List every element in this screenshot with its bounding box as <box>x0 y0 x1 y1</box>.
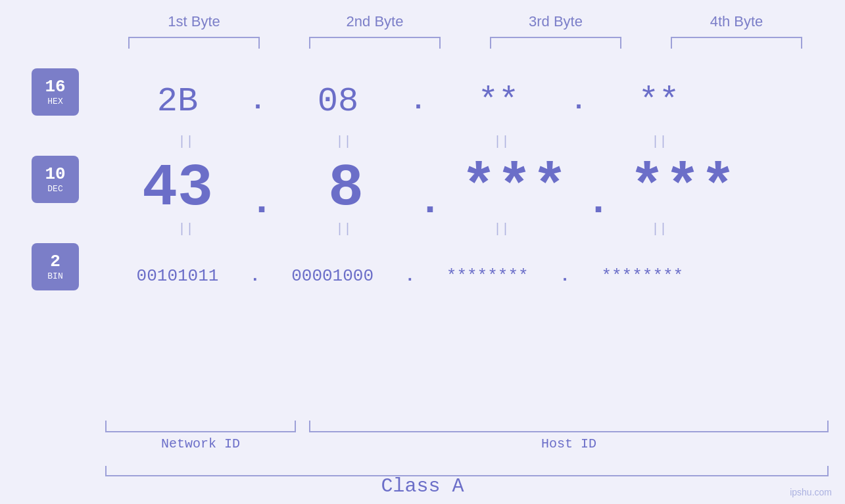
brackets-row <box>104 37 827 49</box>
hex-val-3: ** <box>426 82 571 121</box>
bottom-section: Network ID Host ID <box>105 421 829 451</box>
sep-4: || <box>587 134 732 149</box>
bin-val-2: 00001000 <box>260 266 405 286</box>
hex-dot-2: . <box>410 87 426 116</box>
dec-values: 43 . 8 . *** . *** <box>105 155 829 222</box>
sep-row-1: || || || || <box>114 134 837 149</box>
bin-badge-label: BIN <box>47 271 62 281</box>
dec-badge-label: DEC <box>47 184 62 194</box>
bin-values: 00101011 . 00001000 . ******** . *******… <box>105 266 829 286</box>
bin-val-1: 00101011 <box>105 266 250 286</box>
hex-val-1: 2B <box>105 82 250 121</box>
bin-val-4: ******** <box>570 266 715 286</box>
bin-dot-3: . <box>560 266 570 286</box>
bracket-3 <box>490 37 621 49</box>
hex-dot-1: . <box>250 87 266 116</box>
dec-badge-number: 10 <box>45 165 65 184</box>
bracket-4 <box>671 37 802 49</box>
hex-badge: 16 HEX <box>32 68 79 116</box>
byte-header-3: 3rd Byte <box>483 13 628 30</box>
host-id-bracket <box>309 421 829 432</box>
byte-header-1: 1st Byte <box>122 13 266 30</box>
byte-header-2: 2nd Byte <box>302 13 447 30</box>
byte-header-4: 4th Byte <box>664 13 809 30</box>
dec-val-2: 8 <box>274 155 418 222</box>
bin-badge: 2 BIN <box>32 243 79 290</box>
hex-row: 16 HEX 2B . 08 . ** . ** <box>0 68 845 134</box>
main-container: 1st Byte 2nd Byte 3rd Byte 4th Byte 16 H… <box>0 0 845 504</box>
sep-5: || <box>114 221 258 237</box>
byte-headers-row: 1st Byte 2nd Byte 3rd Byte 4th Byte <box>104 13 827 30</box>
hex-badge-label: HEX <box>47 97 62 106</box>
network-id-label: Network ID <box>105 436 296 451</box>
bin-dot-1: . <box>250 266 260 286</box>
sep-row-2: || || || || <box>114 221 837 237</box>
dec-dot-3: . <box>587 179 610 224</box>
dec-val-4: *** <box>610 155 755 222</box>
class-label: Class A <box>0 475 845 497</box>
hex-dot-3: . <box>571 87 587 116</box>
dec-badge: 10 DEC <box>32 156 79 203</box>
bin-dot-2: . <box>405 266 416 286</box>
bin-badge-number: 2 <box>50 252 60 271</box>
sep-2: || <box>272 134 416 149</box>
bottom-brackets <box>105 421 829 432</box>
dec-val-3: *** <box>442 155 587 222</box>
dec-val-1: 43 <box>105 155 250 222</box>
watermark: ipshu.com <box>790 487 832 497</box>
network-id-bracket <box>105 421 296 432</box>
bottom-labels: Network ID Host ID <box>105 436 829 451</box>
hex-val-4: ** <box>587 82 731 121</box>
dec-dot-1: . <box>250 179 274 224</box>
hex-values: 2B . 08 . ** . ** <box>105 82 829 121</box>
hex-badge-number: 16 <box>45 78 65 97</box>
dec-row: 10 DEC 43 . 8 . *** . *** <box>0 156 845 221</box>
host-id-label: Host ID <box>309 436 829 451</box>
hex-val-2: 08 <box>266 82 410 121</box>
bin-val-3: ******** <box>415 266 560 286</box>
bracket-2 <box>309 37 441 49</box>
sep-3: || <box>429 134 574 149</box>
bin-row: 2 BIN 00101011 . 00001000 . ******** . *… <box>0 243 845 309</box>
bracket-1 <box>128 37 260 49</box>
dec-dot-2: . <box>418 179 442 224</box>
sep-1: || <box>114 134 258 149</box>
sep-7: || <box>429 221 574 237</box>
sep-6: || <box>272 221 416 237</box>
